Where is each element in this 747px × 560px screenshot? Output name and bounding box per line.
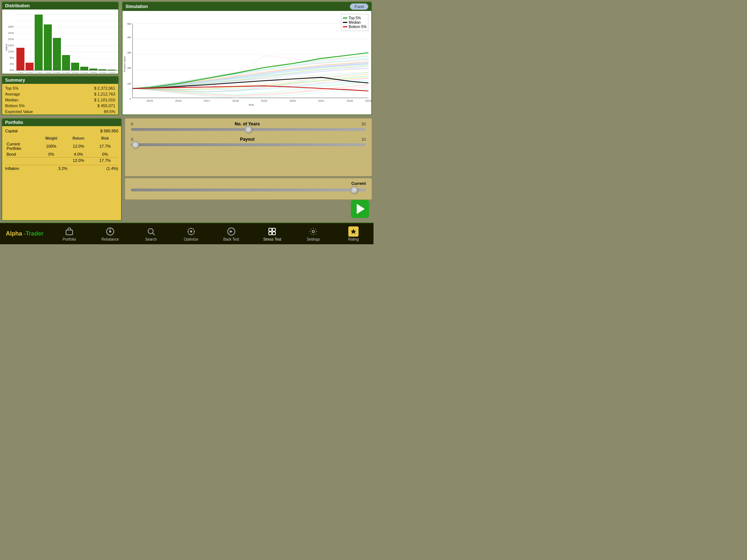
portfolio-row-bond: Bond 0% 4.0% 0% bbox=[5, 151, 118, 158]
distribution-panel: Distribution 0% 4% 8% 12% 16% 20% 24% 28… bbox=[1, 1, 119, 74]
backtest-icon bbox=[226, 226, 236, 237]
top-row: Distribution 0% 4% 8% 12% 16% 20% 24% 28… bbox=[0, 0, 374, 117]
search-icon bbox=[146, 226, 156, 237]
svg-text:0: 0 bbox=[129, 97, 131, 101]
nav-brand: Alpha -Trader bbox=[0, 230, 49, 237]
svg-text:4.28M: 4.28M bbox=[108, 72, 115, 73]
nav-label-settings: Settings bbox=[307, 237, 320, 241]
legend-bottom5-label: Bottom 5% bbox=[349, 25, 367, 29]
svg-text:2015: 2015 bbox=[147, 99, 153, 102]
payout-track-container: 0% bbox=[131, 143, 366, 146]
summary-panel: Summary Top 5% $ 2,372,061 Average $ 1,2… bbox=[1, 76, 119, 115]
inflation-slider-thumb[interactable] bbox=[351, 186, 358, 194]
payout-min: 0 bbox=[131, 137, 133, 141]
svg-text:2M: 2M bbox=[127, 66, 131, 70]
main-container: Distribution 0% 4% 8% 12% 16% 20% 24% 28… bbox=[0, 0, 374, 280]
payout-slider-track[interactable] bbox=[131, 143, 366, 146]
legend-median-icon bbox=[343, 22, 347, 23]
svg-text:Value: Value bbox=[5, 44, 8, 51]
bar-2 bbox=[26, 63, 34, 70]
capital-row: Capital $ 580,950 bbox=[5, 128, 118, 134]
legend-bottom5-icon bbox=[343, 26, 347, 27]
nav-item-settings[interactable]: Settings bbox=[302, 225, 324, 243]
simulation-legend: Top 5% Median Bottom 5% bbox=[341, 14, 368, 31]
capital-value: $ 580,950 bbox=[100, 129, 118, 133]
nav-items: Portfolio Rebalance Search Optimize bbox=[49, 225, 374, 243]
svg-text:2.44M: 2.44M bbox=[62, 72, 70, 73]
legend-top5: Top 5% bbox=[343, 16, 367, 20]
svg-text:1.71M: 1.71M bbox=[44, 72, 51, 73]
label-expected: Expected Value bbox=[5, 109, 33, 114]
summary-row-expected: Expected Value 89.5% bbox=[5, 109, 115, 114]
nav-item-portfolio[interactable]: Portfolio bbox=[58, 225, 80, 243]
row-risk-current: 17.7% bbox=[92, 141, 118, 151]
value-top5: $ 2,372,061 bbox=[94, 86, 115, 90]
svg-text:12%: 12% bbox=[8, 50, 14, 53]
svg-point-58 bbox=[148, 229, 153, 234]
years-max: 20 bbox=[361, 122, 366, 126]
years-track-container: 10 bbox=[131, 128, 366, 131]
briefcase-icon bbox=[64, 226, 74, 237]
col-name bbox=[5, 136, 38, 141]
row-return-current: 12.0% bbox=[65, 141, 92, 151]
row-return-total: 12.0% bbox=[65, 158, 92, 164]
payout-slider-row: 0 Payout 10 0% bbox=[131, 137, 366, 146]
nav-item-backtest[interactable]: Back Test bbox=[220, 225, 242, 243]
summary-row-risk: Risk 67.1% bbox=[5, 114, 115, 115]
nav-item-search[interactable]: Search bbox=[140, 225, 162, 243]
legend-top5-icon bbox=[343, 18, 347, 19]
nav-item-rating[interactable]: Rating bbox=[342, 225, 364, 243]
svg-point-67 bbox=[312, 230, 314, 233]
inflation-track-container bbox=[131, 188, 366, 191]
value-median: $ 1,101,010 bbox=[94, 98, 115, 102]
nav-label-optimize: Optimize bbox=[184, 237, 198, 241]
value-expected: 89.5% bbox=[104, 109, 115, 114]
inflation-current-label: Current bbox=[351, 181, 366, 186]
nav-item-rebalance[interactable]: Rebalance bbox=[98, 225, 122, 243]
optimize-icon bbox=[186, 226, 196, 237]
payout-slider-thumb[interactable] bbox=[132, 141, 139, 148]
inflation-slider-track[interactable] bbox=[131, 188, 366, 191]
payout-label-row: 0 Payout 10 bbox=[131, 137, 366, 142]
row-name-current: CurrentPortfolio bbox=[5, 141, 38, 151]
svg-text:3.92M: 3.92M bbox=[99, 72, 106, 73]
label-top5: Top 5% bbox=[5, 86, 19, 90]
svg-text:1.34M: 1.34M bbox=[35, 72, 42, 73]
sim-title: Simulation bbox=[125, 4, 148, 9]
label-median: Median bbox=[5, 98, 18, 102]
svg-text:Present Value: Present Value bbox=[123, 56, 126, 72]
nav-item-optimize[interactable]: Optimize bbox=[180, 225, 202, 243]
portfolio-content: Capital $ 580,950 Weight Return Risk bbox=[2, 126, 121, 173]
svg-text:5M: 5M bbox=[127, 22, 131, 26]
svg-rect-64 bbox=[272, 228, 275, 231]
inflation-label: Inflation bbox=[5, 166, 19, 171]
col-return: Return bbox=[65, 136, 92, 141]
svg-rect-63 bbox=[269, 228, 272, 231]
legend-median: Median bbox=[343, 20, 367, 24]
svg-point-60 bbox=[190, 230, 192, 233]
svg-text:1M: 1M bbox=[127, 82, 131, 85]
play-button[interactable] bbox=[351, 200, 369, 218]
fund-button[interactable]: Fund bbox=[350, 3, 368, 10]
simulation-panel: Simulation Fund Top 5% Median Bottom 5% bbox=[122, 1, 372, 115]
nav-label-rating: Rating bbox=[348, 237, 359, 241]
controls-area: 0 No. of Years 20 10 0 Payo bbox=[125, 118, 372, 221]
years-slider-track[interactable] bbox=[131, 128, 366, 131]
bar-3 bbox=[35, 15, 43, 70]
row-weight-current: 100% bbox=[38, 141, 65, 151]
svg-text:2.81M: 2.81M bbox=[71, 72, 79, 73]
nav-label-search: Search bbox=[145, 237, 157, 241]
portfolio-panel: Portfolio Capital $ 580,950 Weight Retur… bbox=[1, 118, 122, 221]
years-slider-thumb[interactable] bbox=[245, 126, 252, 133]
nav-item-stresstest[interactable]: Stress Test bbox=[260, 225, 284, 243]
svg-text:2016: 2016 bbox=[175, 99, 182, 102]
svg-text:2.08M: 2.08M bbox=[53, 72, 61, 73]
svg-text:2018: 2018 bbox=[232, 99, 239, 102]
legend-bottom5: Bottom 5% bbox=[343, 25, 367, 29]
svg-text:2021: 2021 bbox=[318, 99, 324, 102]
svg-text:0%: 0% bbox=[9, 69, 14, 72]
col-weight: Weight bbox=[38, 136, 65, 141]
portfolio-row-current: CurrentPortfolio 100% 12.0% 17.7% bbox=[5, 141, 118, 151]
left-panel: Distribution 0% 4% 8% 12% 16% 20% 24% 28… bbox=[0, 0, 120, 117]
svg-text:4%: 4% bbox=[9, 62, 14, 66]
